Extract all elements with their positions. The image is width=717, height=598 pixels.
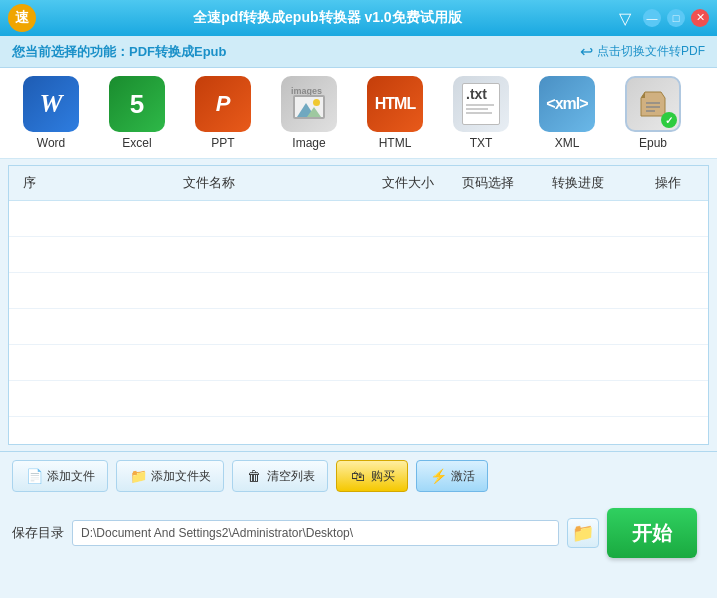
activate-button[interactable]: ⚡ 激活 [416,460,488,492]
epub-icon-img: ✓ [625,76,681,132]
epub-check-icon: ✓ [661,112,677,128]
table-row [9,345,708,381]
window-controls: ▽ — □ ✕ [619,9,709,28]
buy-icon: 🛍 [349,467,367,485]
table-row [9,381,708,417]
tool-image[interactable]: images Image [270,76,348,150]
html-label: HTML [379,136,412,150]
image-label: Image [292,136,325,150]
subtitle-bar: 您当前选择的功能：PDF转换成Epub ↩ 点击切换文件转PDF [0,36,717,68]
activate-icon: ⚡ [429,467,447,485]
maximize-button[interactable]: □ [667,9,685,27]
xml-label: XML [555,136,580,150]
col-pagesel: 页码选择 [448,172,528,194]
table-row [9,201,708,237]
excel-label: Excel [122,136,151,150]
clear-icon: 🗑 [245,467,263,485]
clear-list-button[interactable]: 🗑 清空列表 [232,460,328,492]
bottom-toolbar: 📄 添加文件 📁 添加文件夹 🗑 清空列表 🛍 购买 ⚡ 激活 [0,451,717,500]
tool-word[interactable]: W Word [12,76,90,150]
tool-xml[interactable]: <xml> XML [528,76,606,150]
col-seq: 序 [9,172,49,194]
add-folder-button[interactable]: 📁 添加文件夹 [116,460,224,492]
browse-folder-button[interactable]: 📁 [567,518,599,548]
arrow-icon: ↩ [580,42,593,61]
txt-label: TXT [470,136,493,150]
save-path-input[interactable] [72,520,559,546]
col-progress: 转换进度 [528,172,628,194]
table-row [9,237,708,273]
tool-ppt[interactable]: P PPT [184,76,262,150]
add-folder-icon: 📁 [129,467,147,485]
ppt-icon-img: P [195,76,251,132]
html-icon-img: HTML [367,76,423,132]
close-button[interactable]: ✕ [691,9,709,27]
xml-icon-img: <xml> [539,76,595,132]
ppt-label: PPT [211,136,234,150]
current-feature: 您当前选择的功能：PDF转换成Epub [12,43,227,61]
tool-txt[interactable]: .txt TXT [442,76,520,150]
table-row [9,273,708,309]
word-icon-img: W [23,76,79,132]
filter-icon: ▽ [619,9,631,28]
minimize-button[interactable]: — [643,9,661,27]
buy-button[interactable]: 🛍 购买 [336,460,408,492]
table-row [9,309,708,345]
excel-icon-img: 5 [109,76,165,132]
title-text: 全速pdf转换成epub转换器 v1.0免费试用版 [36,9,619,27]
tool-html[interactable]: HTML HTML [356,76,434,150]
save-dir-label: 保存目录 [12,524,64,542]
col-action: 操作 [628,172,708,194]
folder-icon: 📁 [572,522,594,544]
table-body [9,201,708,441]
title-bar: 速 全速pdf转换成epub转换器 v1.0免费试用版 ▽ — □ ✕ [0,0,717,36]
add-file-button[interactable]: 📄 添加文件 [12,460,108,492]
table-header: 序 文件名称 文件大小 页码选择 转换进度 操作 [9,166,708,201]
tool-epub[interactable]: ✓ Epub [614,76,692,150]
add-file-icon: 📄 [25,467,43,485]
word-label: Word [37,136,65,150]
col-filename: 文件名称 [49,172,368,194]
tool-excel[interactable]: 5 Excel [98,76,176,150]
start-button[interactable]: 开始 [607,508,697,558]
epub-label: Epub [639,136,667,150]
footer-bar: 保存目录 📁 开始 [0,500,717,566]
col-filesize: 文件大小 [368,172,448,194]
switch-button[interactable]: ↩ 点击切换文件转PDF [580,42,705,61]
image-icon-img: images [281,76,337,132]
tool-toolbar: W Word 5 Excel P PPT images Image [0,68,717,159]
txt-icon-img: .txt [453,76,509,132]
file-table: 序 文件名称 文件大小 页码选择 转换进度 操作 [8,165,709,445]
app-logo: 速 [8,4,36,32]
